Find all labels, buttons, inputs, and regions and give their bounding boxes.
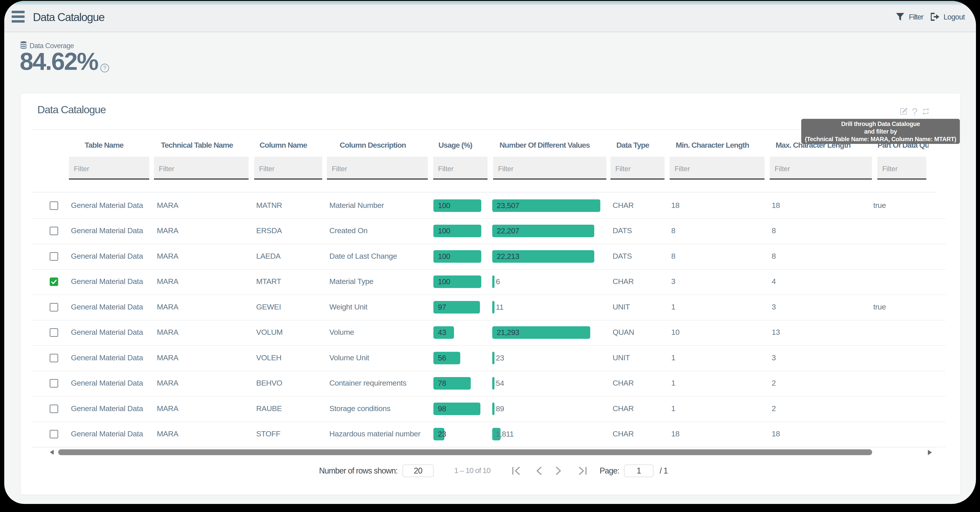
svg-text:?: ? xyxy=(912,107,918,117)
svg-text:?: ? xyxy=(103,65,106,71)
